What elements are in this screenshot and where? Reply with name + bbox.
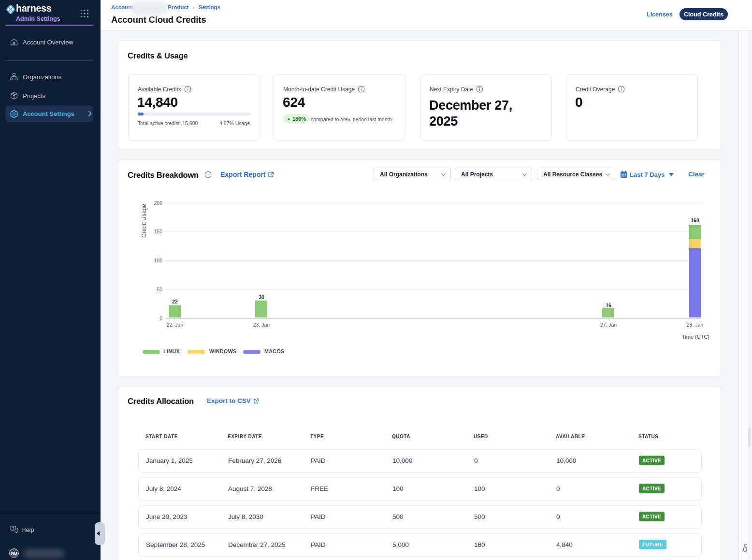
svg-text:?: ? (12, 526, 14, 531)
